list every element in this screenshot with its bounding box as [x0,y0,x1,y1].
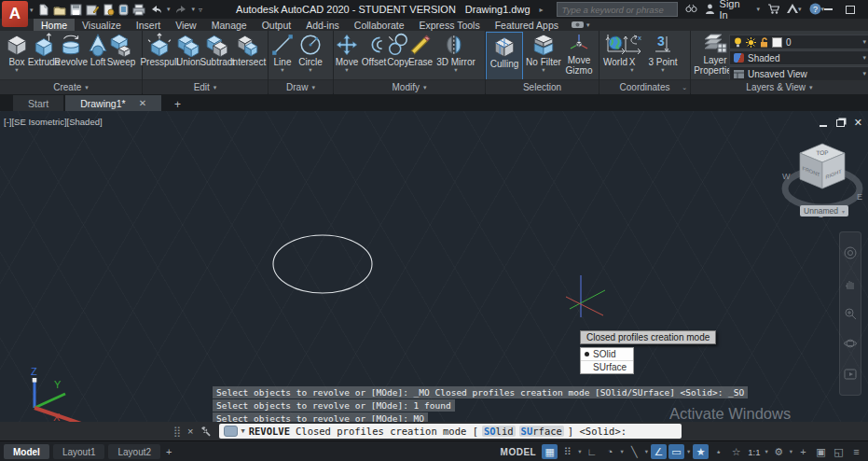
layer-select[interactable]: 0 ▾ [729,35,868,49]
panel-selection[interactable]: Selection [486,79,599,94]
panel-expand-icon[interactable]: ▾ [423,84,427,91]
signin-dropdown-icon[interactable]: ▾ [757,6,761,13]
save-icon[interactable] [70,4,82,16]
panel-draw[interactable]: Draw▾ [269,79,333,94]
undo-dropdown-icon[interactable]: ▾ [167,6,171,13]
customize-wrench-icon[interactable] [200,426,212,438]
autocad-logo[interactable]: A [2,1,28,27]
panel-expand-icon[interactable]: ▾ [311,84,315,91]
app-dropdown-icon[interactable]: ▾ [798,6,802,13]
plot-sheet-icon[interactable] [103,4,115,16]
save-as-icon[interactable] [86,4,99,16]
help-dropdown-icon[interactable]: ▾ [821,6,825,13]
isolate-objects[interactable]: ▣ [813,444,829,459]
ortho-toggle[interactable]: ∟ [584,444,599,459]
autodesk-app-icon[interactable] [787,4,798,15]
chevron-down-icon[interactable]: ▾ [645,448,648,455]
layout-tab-layout1[interactable]: Layout1 [53,444,105,459]
chevron-down-icon[interactable]: ▾ [765,448,767,455]
logo-dropdown-icon[interactable]: ▾ [30,7,34,14]
option-chip-solid[interactable]: SOlid [482,426,516,437]
chevron-down-icon[interactable]: ▾ [862,54,866,62]
dropdown-icon[interactable]: ▾ [433,67,479,72]
dropdown-icon[interactable]: ▾ [333,67,361,72]
file-tab-drawing1[interactable]: Drawing1*✕ [65,95,161,111]
command-bubble-icon[interactable] [224,426,238,437]
tab-output[interactable]: Output [255,19,299,31]
isodraft-toggle[interactable]: ╲ [627,444,642,459]
chevron-down-icon[interactable]: ▾ [578,448,581,455]
tool-sweep[interactable]: Sweep [103,33,139,67]
dropdown-icon[interactable]: ▾ [269,67,296,72]
snap-toggle[interactable]: ⠿ [559,444,575,459]
help-icon[interactable]: ? [809,3,821,17]
qat-customize-icon[interactable]: ▿ [199,6,202,14]
annotation-scale[interactable]: 1:1 [746,447,762,457]
tool-no-filter[interactable]: No Filter▾ [523,33,564,72]
close-tab-icon[interactable]: ✕ [139,98,146,108]
tab-featured-apps[interactable]: Featured Apps [488,19,566,31]
option-surface[interactable]: SUrface [581,361,633,373]
search-input[interactable] [557,2,678,17]
polar-toggle[interactable]: ◔ [601,444,617,459]
dropdown-icon[interactable]: ▾ [294,67,327,72]
dropdown-icon[interactable]: ▾ [644,67,682,72]
command-close-icon[interactable]: × [187,426,193,437]
redo-dropdown-icon[interactable]: ▾ [192,6,196,13]
tool-erase[interactable]: Erase [405,33,436,67]
command-grip-icon[interactable]: ⣿ [173,426,181,438]
panel-layers-view[interactable]: Layers & View▾ [691,79,868,94]
workspace-switch[interactable]: ⚙ [771,444,787,459]
mobile-share-icon[interactable] [118,4,129,16]
otrack-toggle[interactable]: ∠ [651,444,667,459]
panel-create[interactable]: Create▾ [0,79,142,94]
recent-commands-icon[interactable]: ▼ [241,427,245,435]
user-icon[interactable] [705,4,715,16]
chevron-down-icon[interactable]: ▾ [862,70,866,77]
layer-color-swatch[interactable] [772,37,782,48]
panel-edit[interactable]: Edit▾ [143,79,268,94]
chevron-down-icon[interactable]: ▾ [790,448,792,455]
visual-style-select[interactable]: Shaded ▾ [729,50,868,65]
new-file-icon[interactable] [37,4,49,16]
panel-coordinates[interactable]: Coordinates⌄ [599,79,690,94]
option-solid[interactable]: SOlid [581,348,633,361]
new-drawing-icon[interactable]: + [169,98,186,111]
ellipse-entity[interactable] [273,235,372,293]
chevron-down-icon[interactable]: ▾ [862,38,866,46]
open-file-icon[interactable] [53,4,66,16]
drawing-viewport[interactable]: [-][SE Isometric][Shaded] ✕ W S E TOP FR… [0,111,868,425]
grid-toggle[interactable]: ▦ [542,444,558,459]
tab-visualize[interactable]: Visualize [75,19,129,31]
tab-insert[interactable]: Insert [129,19,168,31]
dropdown-icon[interactable]: ▾ [622,67,642,72]
sign-in-link[interactable]: Sign In [720,0,740,21]
maximize-icon[interactable] [846,6,855,14]
chevron-down-icon[interactable]: ▾ [620,448,623,455]
tool-line[interactable]: Line▾ [269,33,296,72]
undo-icon[interactable] [149,4,163,15]
tool-move-gizmo[interactable]: Move Gizmo [560,33,598,76]
media-dropdown-icon[interactable]: ▾ [586,21,590,29]
media-tab-icon[interactable]: ▾ [572,21,590,29]
dropdown-icon[interactable]: ▾ [1,67,33,72]
annotation-add[interactable]: + [795,444,811,459]
tab-add-ins[interactable]: Add-ins [298,19,347,31]
print-icon[interactable] [132,4,145,16]
dropdown-icon[interactable]: ▾ [523,67,564,72]
tool-circle[interactable]: Circle▾ [294,33,327,72]
search-expand-icon[interactable]: ▸ [540,6,544,14]
redo-icon[interactable] [174,4,188,15]
panel-expand-icon[interactable]: ▾ [809,84,813,91]
autoscale-toggle[interactable]: ⋆ [710,444,726,459]
tab-collaborate[interactable]: Collaborate [347,19,412,31]
tab-view[interactable]: View [168,19,204,31]
command-input-bar[interactable]: ▼ REVOLVE Closed profiles creation mode … [219,424,682,439]
layout-tab-model[interactable]: Model [4,444,49,459]
chevron-down-icon[interactable]: ▾ [687,448,690,455]
file-tab-start[interactable]: Start [13,95,63,111]
osnap-toggle[interactable]: ▭ [668,444,684,459]
panel-expand-icon[interactable]: ▾ [214,84,217,91]
model-space-button[interactable]: MODEL [501,447,537,457]
cart-icon[interactable] [767,4,779,16]
